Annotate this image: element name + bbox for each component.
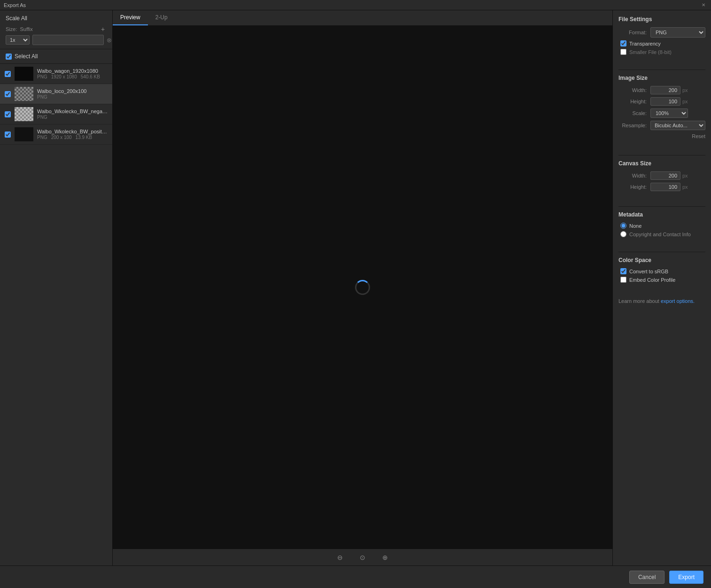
canvas-size-section: Canvas Size Width: px Height: px [618,160,705,194]
zoom-out-button[interactable]: ⊖ [334,552,346,563]
transparency-label[interactable]: Transparency [629,41,661,46]
tab-2up[interactable]: 2-Up [148,10,175,25]
file-dim-0: 1920 x 1080 [51,74,77,79]
transparency-checkbox[interactable] [620,40,626,46]
file-dim-3: 200 x 100 [51,135,72,140]
file-info-1: Walbo_loco_200x100 PNG [37,88,108,100]
embed-color-profile-checkbox[interactable] [620,277,626,283]
image-size-title: Image Size [618,75,705,81]
img-height-unit: px [682,99,688,104]
size-label: Size: [6,26,17,32]
metadata-copyright-radio[interactable] [620,231,626,237]
metadata-none-radio[interactable] [620,223,626,229]
transparency-row: Transparency [618,40,705,46]
convert-srgb-label[interactable]: Convert to sRGB [629,269,668,274]
cancel-button[interactable]: Cancel [629,571,665,584]
title-bar-text: Export As [4,2,26,8]
color-space-title: Color Space [618,257,705,263]
file-info-3: Walbo_Wkolecko_BW_positive_... PNG 200 x… [37,129,108,140]
file-settings-title: File Settings [618,16,705,23]
file-name-1: Walbo_loco_200x100 [37,88,108,94]
img-resample-row: Resample: Bicubic Auto... Nearest Neighb… [618,121,705,130]
image-scale-select[interactable]: 100% 25% 50% 75% 150% 200% [650,108,688,118]
canvas-width-unit: px [682,173,688,178]
list-item[interactable]: Walbo_Wkolecko_BW_negative_... PNG [0,104,112,124]
scale-all-title: Scale All [6,15,107,22]
file-meta-2: PNG [37,115,108,120]
learn-more-section: Learn more about export options. [618,298,705,304]
img-resample-label: Resample: [618,123,647,128]
main-layout: Scale All Size: Suffix + 1x 0.5x 1.5x 2x… [0,10,711,565]
file-name-2: Walbo_Wkolecko_BW_negative_... [37,108,108,114]
format-select[interactable]: PNG JPEG GIF SVG WebP [650,27,705,38]
footer-bar: Cancel Export [0,565,711,588]
title-bar: Export As ✕ [0,0,711,10]
file-thumb-2 [15,107,33,121]
metadata-section: Metadata None Copyright and Contact Info [618,211,705,240]
file-checkbox-2[interactable] [5,111,11,117]
delete-scale-button[interactable]: ⊗ [107,36,112,44]
zoom-reset-button[interactable]: ⊙ [357,552,368,563]
learn-more-text: Learn more about [618,298,659,304]
file-thumb-3 [15,127,33,141]
metadata-none-label[interactable]: None [629,223,641,229]
img-width-row: Width: px [618,86,705,94]
embed-color-profile-row: Embed Color Profile [618,277,705,283]
canvas-width-value: px [650,171,705,180]
file-thumb-1 [15,87,33,101]
metadata-none-row: None [618,223,705,229]
list-item[interactable]: Walbo_Wkolecko_BW_positive_... PNG 200 x… [0,124,112,145]
scale-section: Scale All Size: Suffix + 1x 0.5x 1.5x 2x… [0,10,112,49]
file-checkbox-1[interactable] [5,91,11,97]
suffix-input[interactable] [32,35,104,45]
select-all-label[interactable]: Select All [15,53,38,60]
canvas-height-row: Height: px [618,183,705,191]
left-panel: Scale All Size: Suffix + 1x 0.5x 1.5x 2x… [0,10,113,565]
file-format-3: PNG [37,135,47,140]
right-panel: File Settings Format: PNG JPEG GIF SVG W… [612,10,711,565]
select-all-checkbox[interactable] [6,54,12,60]
export-button[interactable]: Export [669,571,703,584]
file-info-0: Walbo_wagon_1920x1080 PNG 1920 x 1080 54… [37,68,108,79]
scale-select[interactable]: 1x 0.5x 1.5x 2x 3x [6,35,30,45]
img-scale-label: Scale: [618,110,647,116]
convert-srgb-checkbox[interactable] [620,268,626,274]
smaller-file-checkbox[interactable] [620,49,626,55]
metadata-copyright-row: Copyright and Contact Info [618,231,705,237]
reset-button[interactable]: Reset [618,133,705,139]
metadata-copyright-label[interactable]: Copyright and Contact Info [629,232,691,237]
preview-tabs: Preview 2-Up [113,10,612,26]
tab-preview[interactable]: Preview [113,10,148,25]
resample-select[interactable]: Bicubic Auto... Nearest Neighbor Bilinea… [650,121,705,130]
img-scale-value: 100% 25% 50% 75% 150% 200% [650,108,705,118]
reset-area: Reset [618,133,705,143]
close-icon[interactable]: ✕ [702,2,707,8]
file-format-1: PNG [37,94,47,100]
canvas-width-label: Width: [618,173,647,178]
add-scale-button[interactable]: + [99,25,107,33]
file-checkbox-3[interactable] [5,132,11,138]
zoom-in-button[interactable]: ⊕ [379,552,391,563]
image-width-input[interactable] [650,86,680,94]
img-width-unit: px [682,87,688,93]
canvas-width-input[interactable] [650,171,680,180]
image-size-section: Image Size Width: px Height: px Scale: [618,75,705,143]
img-scale-row: Scale: 100% 25% 50% 75% 150% 200% [618,108,705,118]
file-checkbox-0[interactable] [5,71,11,77]
smaller-file-label[interactable]: Smaller File (8-bit) [629,49,672,55]
canvas-height-input[interactable] [650,183,680,191]
scale-row: 1x 0.5x 1.5x 2x 3x ⊗ [6,35,107,45]
image-height-input[interactable] [650,97,680,106]
file-info-2: Walbo_Wkolecko_BW_negative_... PNG [37,108,108,120]
export-options-link[interactable]: export options. [661,298,695,304]
loading-spinner [355,280,370,295]
convert-srgb-row: Convert to sRGB [618,268,705,274]
img-width-value: px [650,86,705,94]
canvas-height-value: px [650,183,705,191]
embed-color-profile-label[interactable]: Embed Color Profile [629,277,675,283]
list-item[interactable]: Walbo_loco_200x100 PNG [0,84,112,104]
file-settings-section: File Settings Format: PNG JPEG GIF SVG W… [618,16,705,57]
file-thumb-0 [15,67,33,81]
list-item[interactable]: Walbo_wagon_1920x1080 PNG 1920 x 1080 54… [0,64,112,84]
img-height-value: px [650,97,705,106]
